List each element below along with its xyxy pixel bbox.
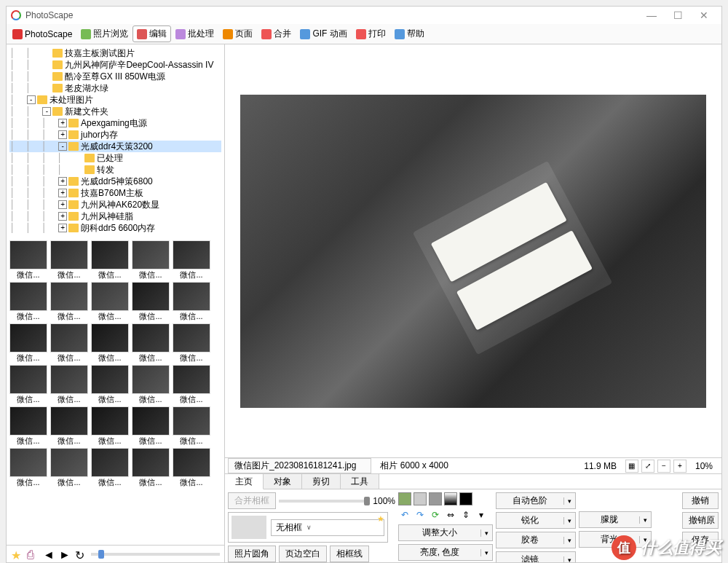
- expand-icon[interactable]: +: [58, 224, 67, 232]
- thumbnail-grid[interactable]: 微信...微信...微信...微信...微信...微信...微信...微信...…: [7, 237, 224, 545]
- expand-icon[interactable]: +: [58, 189, 67, 197]
- frame-slider[interactable]: [279, 500, 370, 503]
- expand-icon[interactable]: -: [58, 142, 67, 151]
- back-icon[interactable]: ◄: [43, 548, 55, 560]
- expand-icon[interactable]: +: [58, 212, 67, 221]
- thumbnail[interactable]: 微信...: [9, 448, 47, 488]
- close-button[interactable]: ✕: [691, 9, 717, 21]
- undo-cancel-button[interactable]: 撤销原: [682, 512, 719, 529]
- thumbnail[interactable]: 微信...: [132, 365, 170, 405]
- tree-node[interactable]: │ │ │ +朗科ddr5 6600内存: [9, 222, 221, 234]
- flip-v-icon[interactable]: ⇕: [459, 508, 472, 521]
- image-preview[interactable]: [225, 44, 721, 457]
- tree-node[interactable]: │ │ │ +juhor内存: [9, 129, 221, 141]
- maximize-button[interactable]: ☐: [665, 9, 691, 21]
- thumbnail[interactable]: 微信...: [91, 406, 129, 446]
- forward-icon[interactable]: ►: [59, 548, 71, 560]
- thumbnail[interactable]: 微信...: [50, 365, 88, 405]
- thumbnail[interactable]: 微信...: [9, 323, 47, 363]
- tab-1[interactable]: 照片浏览: [76, 25, 132, 42]
- undo-icon[interactable]: ↶: [398, 508, 411, 521]
- undo-button[interactable]: 撤销: [682, 492, 719, 509]
- tree-node[interactable]: │ │ │ +九州风神AK620数显: [9, 199, 221, 210]
- thumbnail[interactable]: 微信...: [50, 323, 88, 363]
- tree-node[interactable]: │ │ │ +技嘉B760M主板: [9, 187, 221, 199]
- tree-node[interactable]: │ │ │ +Apexgaming电源: [9, 117, 221, 129]
- printer-icon[interactable]: ⎙: [27, 548, 39, 560]
- tree-node[interactable]: │ │ -新建文件夹: [9, 106, 221, 117]
- thumbnail[interactable]: 微信...: [91, 323, 129, 363]
- thumbnail[interactable]: 微信...: [91, 282, 129, 322]
- blur-button[interactable]: 朦胧▾: [579, 511, 652, 528]
- thumbnail[interactable]: 微信...: [50, 282, 88, 322]
- tree-node[interactable]: │ │ │ +光威ddr5神策6800: [9, 176, 221, 187]
- frame-line-button[interactable]: 相框线: [330, 546, 369, 562]
- tree-node[interactable]: │ │ │ +九州风神硅脂: [9, 210, 221, 222]
- thumbnail[interactable]: 微信...: [132, 240, 170, 280]
- thumbnail[interactable]: 微信...: [132, 406, 170, 446]
- folder-tree[interactable]: │ │ 技嘉主板测试图片│ │ 九州风神阿萨辛DeepCool-Assassin…: [7, 44, 224, 237]
- tab-7[interactable]: 打印: [352, 25, 390, 42]
- thumbnail-size-slider[interactable]: [91, 553, 220, 556]
- edit-tab-3[interactable]: 工具: [341, 474, 379, 489]
- tab-0[interactable]: PhotoScape: [8, 27, 76, 42]
- expand-icon[interactable]: +: [58, 177, 67, 186]
- thumbnail[interactable]: 微信...: [50, 448, 88, 488]
- edit-tab-0[interactable]: 主页: [225, 474, 264, 489]
- zoom-in-icon[interactable]: +: [673, 460, 687, 473]
- tab-4[interactable]: 页面: [218, 25, 257, 42]
- checker-icon[interactable]: ▦: [625, 460, 638, 473]
- expand-icon[interactable]: +: [58, 200, 67, 209]
- tab-8[interactable]: 帮助: [390, 25, 429, 42]
- thumbnail[interactable]: 微信...: [173, 240, 210, 280]
- filter-button[interactable]: 滤镜▾: [496, 551, 576, 562]
- tree-node[interactable]: │ │ │ -光威ddr4天策3200: [9, 141, 221, 152]
- thumbnail[interactable]: 微信...: [9, 282, 47, 322]
- resize-button[interactable]: 调整大小▾: [398, 524, 493, 541]
- tree-node[interactable]: │ │ 技嘉主板测试图片: [9, 47, 221, 59]
- tree-node[interactable]: │ │ 九州风神阿萨辛DeepCool-Assassin IV: [9, 59, 221, 71]
- minimize-button[interactable]: —: [638, 9, 665, 21]
- thumbnail[interactable]: 微信...: [50, 240, 88, 280]
- thumbnail[interactable]: 微信...: [132, 448, 170, 488]
- sharpen-button[interactable]: 锐化▾: [496, 512, 576, 529]
- thumbnail[interactable]: 微信...: [132, 282, 170, 322]
- color-swatches[interactable]: [398, 492, 493, 505]
- star-icon[interactable]: ★: [11, 548, 23, 560]
- thumbnail[interactable]: 微信...: [173, 323, 210, 363]
- thumbnail[interactable]: 微信...: [9, 365, 47, 405]
- tree-node[interactable]: │ │ │ │ 已处理: [9, 152, 221, 164]
- merge-frame-button[interactable]: 合并相框: [228, 492, 276, 509]
- expand-icon[interactable]: +: [58, 130, 67, 139]
- flip-h-icon[interactable]: ⇔: [444, 508, 457, 521]
- frame-selector[interactable]: 无相框∨ ★: [228, 512, 388, 543]
- thumbnail[interactable]: 微信...: [173, 406, 210, 446]
- expand-icon[interactable]: -: [42, 107, 51, 116]
- thumbnail[interactable]: 微信...: [50, 406, 88, 446]
- tab-5[interactable]: 合并: [257, 25, 296, 42]
- thumbnail[interactable]: 微信...: [91, 448, 129, 488]
- star-icon[interactable]: ★: [377, 514, 384, 524]
- thumbnail[interactable]: 微信...: [9, 240, 47, 280]
- thumbnail[interactable]: 微信...: [91, 365, 129, 405]
- tab-3[interactable]: 批处理: [171, 25, 218, 42]
- photo-round-button[interactable]: 照片圆角: [228, 546, 276, 562]
- film-button[interactable]: 胶卷▾: [496, 532, 576, 548]
- redo-icon[interactable]: ↷: [414, 508, 427, 521]
- fit-icon[interactable]: ⤢: [641, 460, 654, 473]
- rotate-icon[interactable]: ⟳: [429, 508, 442, 521]
- thumbnail[interactable]: 微信...: [9, 406, 47, 446]
- edit-tab-1[interactable]: 对象: [264, 474, 302, 489]
- tree-node[interactable]: │ │ 酷冷至尊GX III 850W电源: [9, 71, 221, 82]
- tree-node[interactable]: │ │ 老皮湖水绿: [9, 82, 221, 94]
- menu-icon[interactable]: ▾: [475, 508, 488, 521]
- thumbnail[interactable]: 微信...: [91, 240, 129, 280]
- tab-2[interactable]: 编辑: [132, 25, 171, 42]
- expand-icon[interactable]: +: [58, 119, 67, 127]
- edit-tab-2[interactable]: 剪切: [302, 474, 341, 489]
- zoom-out-icon[interactable]: −: [657, 460, 670, 473]
- expand-icon[interactable]: -: [27, 95, 36, 104]
- thumbnail[interactable]: 微信...: [173, 448, 210, 488]
- tab-6[interactable]: GIF 动画: [296, 25, 351, 42]
- brightness-color-button[interactable]: 亮度, 色度▾: [398, 544, 493, 561]
